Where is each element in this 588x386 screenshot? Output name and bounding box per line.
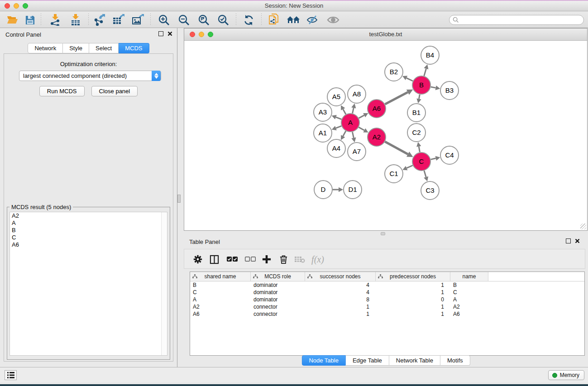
table-cell[interactable]: dominator	[251, 281, 305, 289]
table-cell[interactable]: 1	[376, 281, 450, 289]
column-header-shared-name[interactable]: shared name	[190, 272, 251, 281]
table-row[interactable]: A6connector11A6	[190, 310, 584, 318]
resize-grip-icon[interactable]	[580, 224, 586, 229]
table-cell[interactable]: 4	[305, 289, 376, 296]
export-image-icon[interactable]	[131, 14, 144, 26]
minimize-network-window-button[interactable]	[199, 32, 204, 37]
graph-edge-B-B2[interactable]	[406, 78, 413, 81]
table-cell[interactable]: C	[190, 289, 251, 296]
tab-edge-table[interactable]: Edge Table	[346, 355, 389, 366]
select-all-icon[interactable]	[225, 253, 239, 266]
graph-edge-A-A8[interactable]	[353, 108, 354, 113]
network-window-titlebar[interactable]: testGlobe.txt	[184, 29, 587, 41]
table-row[interactable]: Cdominator41C	[190, 289, 584, 296]
zoom-selected-icon[interactable]	[216, 14, 230, 26]
network-file-icon[interactable]	[267, 14, 281, 26]
table-row[interactable]: A2connector11A2	[190, 303, 584, 310]
task-history-button[interactable]	[5, 370, 17, 380]
table-cell[interactable]: dominator	[251, 289, 305, 296]
refresh-icon[interactable]	[242, 14, 255, 26]
add-column-icon[interactable]	[260, 253, 273, 266]
float-panel-icon[interactable]	[158, 31, 163, 36]
graph-edge-C-C1[interactable]	[406, 165, 412, 168]
table-header-row[interactable]: shared nameMCDS rolesuccessor nodesprede…	[190, 272, 584, 281]
columns-icon[interactable]	[207, 253, 221, 266]
graph-edge-A-A5[interactable]	[343, 109, 346, 114]
export-network-icon[interactable]	[92, 14, 106, 26]
table-cell[interactable]: A	[450, 296, 488, 303]
mcds-result-item[interactable]: B	[10, 227, 167, 234]
close-window-button[interactable]	[5, 3, 10, 9]
table-cell[interactable]: A6	[450, 310, 488, 318]
splitter-handle[interactable]	[177, 195, 181, 203]
table-cell[interactable]: A	[190, 296, 251, 303]
table-cell[interactable]: 1	[376, 303, 450, 310]
table-cell[interactable]: 4	[305, 281, 376, 289]
mcds-result-item[interactable]: A	[10, 219, 167, 227]
graph-edge-A-A7[interactable]	[352, 132, 354, 138]
column-header-name[interactable]: name	[450, 272, 488, 281]
search-input[interactable]	[449, 15, 584, 25]
table-cell[interactable]: 1	[376, 310, 450, 318]
column-header-successor-nodes[interactable]: successor nodes	[305, 272, 376, 281]
graph-edge-A-A6[interactable]	[359, 115, 364, 118]
graph-edge-B-B3[interactable]	[431, 87, 436, 88]
network-canvas[interactable]: B4B2BB3A8A5A6A3B1AA1C2A2A4A7C4CC1C3DD1	[185, 41, 587, 230]
graph-edge-B-B1[interactable]	[419, 95, 420, 99]
graph-edge-A-A3[interactable]	[336, 117, 341, 119]
close-panel-icon[interactable]	[575, 238, 580, 243]
tab-network[interactable]: Network	[28, 43, 63, 53]
close-network-window-button[interactable]	[190, 32, 195, 37]
delete-table-icon[interactable]	[293, 253, 306, 266]
table-cell[interactable]: dominator	[251, 296, 305, 303]
graph-edge-A6-B[interactable]	[385, 92, 408, 104]
graph-edge-C-C2[interactable]	[419, 147, 420, 152]
zoom-out-icon[interactable]	[177, 14, 191, 26]
save-icon[interactable]	[23, 14, 37, 26]
deselect-all-icon[interactable]	[244, 253, 257, 266]
maximize-network-window-button[interactable]	[208, 32, 213, 37]
graph-edge-B-B4[interactable]	[424, 69, 426, 76]
graph-edge-C-C4[interactable]	[430, 158, 435, 160]
table-cell[interactable]: A2	[190, 303, 251, 310]
mcds-result-item[interactable]: A6	[10, 241, 167, 248]
tab-node-table[interactable]: Node Table	[301, 355, 346, 366]
table-cell[interactable]: 1	[305, 303, 376, 310]
optimization-criterion-select[interactable]: largest connected component (directed)	[19, 71, 161, 81]
table-cell[interactable]: B	[190, 281, 251, 289]
network-graph[interactable]: B4B2BB3A8A5A6A3B1AA1C2A2A4A7C4CC1C3DD1	[185, 41, 588, 231]
table-row[interactable]: Bdominator41B	[190, 281, 584, 289]
table-cell[interactable]: connector	[251, 303, 305, 310]
import-table-icon[interactable]	[69, 14, 82, 26]
close-panel-icon[interactable]	[167, 31, 172, 36]
table-cell[interactable]: C	[450, 289, 488, 296]
run-mcds-button[interactable]: Run MCDS	[39, 86, 85, 96]
scrollbar[interactable]	[161, 212, 167, 355]
table-cell[interactable]: 1	[376, 289, 450, 296]
graph-edge-A-A2[interactable]	[359, 127, 364, 130]
graph-edge-A2-C[interactable]	[385, 142, 408, 154]
close-panel-button[interactable]: Close panel	[91, 86, 138, 96]
table-cell[interactable]: connector	[251, 310, 305, 318]
minimize-window-button[interactable]	[14, 3, 19, 9]
table-cell[interactable]: 8	[305, 296, 376, 303]
column-header-MCDS-role[interactable]: MCDS role	[251, 272, 305, 281]
node-table[interactable]: shared nameMCDS rolesuccessor nodesprede…	[190, 272, 585, 356]
open-folder-icon[interactable]	[5, 14, 19, 26]
graph-edge-C-C3[interactable]	[424, 171, 426, 177]
tab-network-table[interactable]: Network Table	[389, 355, 440, 366]
mcds-result-item[interactable]: A2	[10, 212, 167, 219]
home-icon[interactable]	[287, 14, 300, 26]
tab-select[interactable]: Select	[89, 43, 119, 53]
gear-icon[interactable]	[191, 253, 205, 266]
horizontal-splitter-handle[interactable]	[381, 232, 385, 235]
float-panel-icon[interactable]	[566, 238, 571, 243]
mcds-result-item[interactable]: C	[10, 234, 167, 241]
zoom-in-icon[interactable]	[157, 14, 171, 26]
eye-icon[interactable]	[326, 14, 340, 26]
table-cell[interactable]: 0	[376, 296, 450, 303]
trash-icon[interactable]	[277, 253, 290, 266]
table-row[interactable]: Adominator80A	[190, 296, 584, 303]
export-table-icon[interactable]	[111, 14, 125, 26]
memory-button[interactable]: Memory	[548, 370, 584, 380]
